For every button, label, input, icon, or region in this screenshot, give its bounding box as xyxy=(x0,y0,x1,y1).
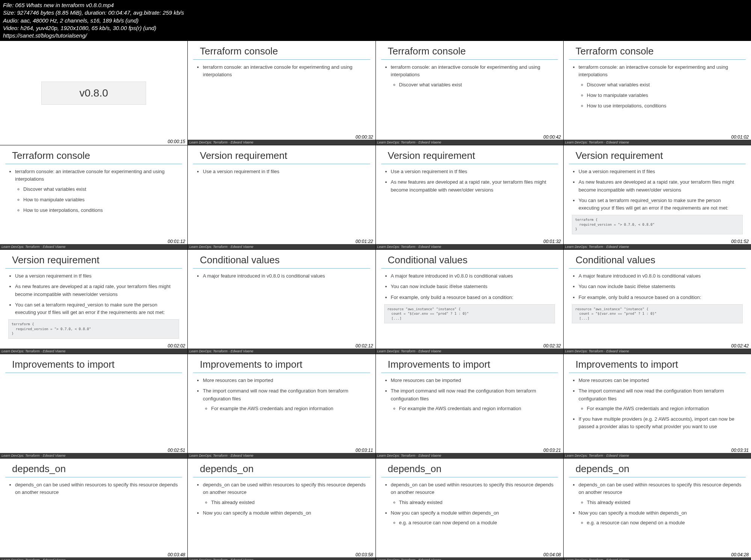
bullet-item: As new features are developed at a rapid… xyxy=(579,178,743,193)
slide-footer-bar: Learn DevOps: Terraform - Edward Viaene xyxy=(376,349,563,354)
bullet-item: If you have multiple providers (e.g. 2 A… xyxy=(579,415,743,430)
bullet-item: As new features are developed at a rapid… xyxy=(15,283,179,298)
thumbnail-cell: Version requirementUse a version require… xyxy=(0,250,187,354)
thumbnail-cell: Conditional valuesA major feature introd… xyxy=(376,250,563,354)
timestamp-label: 00:00:42 xyxy=(543,134,562,140)
slide-body: Use a version requirement in tf files xyxy=(188,168,375,175)
file-info-header: File: 065 Whats new in terraform v0.8.0.… xyxy=(0,0,751,41)
bullet-item: The import command will now read the con… xyxy=(579,387,743,412)
timestamp-label: 00:02:42 xyxy=(730,343,749,349)
timestamp-label: 00:03:58 xyxy=(355,552,374,557)
timestamp-label: 00:04:08 xyxy=(543,552,562,557)
sub-bullet-item: Discover what variables exist xyxy=(587,81,743,89)
sub-bullet-item: Discover what variables exist xyxy=(399,81,555,89)
bullet-item: Now you can specify a module within depe… xyxy=(203,509,367,517)
timestamp-label: 00:04:28 xyxy=(730,552,749,557)
timestamp-label: 00:03:11 xyxy=(355,448,374,453)
slide-heading: Conditional values xyxy=(381,250,558,269)
bullet-item: As new features are developed at a rapid… xyxy=(391,178,555,193)
thumbnail-cell: depends_ondepends_on can be used within … xyxy=(564,459,751,560)
footer-text: Learn DevOps: Terraform - Edward Viaene xyxy=(565,349,629,353)
thumbnail-grid: v0.8.000:00:15Terraform consoleterraform… xyxy=(0,41,751,560)
slide-footer-bar: Learn DevOps: Terraform - Edward Viaene xyxy=(0,453,187,458)
thumbnail-cell: Improvements to importMore resources can… xyxy=(564,354,751,458)
footer-text: Learn DevOps: Terraform - Edward Viaene xyxy=(565,558,629,560)
slide-footer-bar: Learn DevOps: Terraform - Edward Viaene xyxy=(376,244,563,249)
footer-text: Learn DevOps: Terraform - Edward Viaene xyxy=(565,140,629,144)
bullet-item: depends_on can be used within resources … xyxy=(391,481,555,506)
thumbnail-cell: Terraform consoleterraform console: an i… xyxy=(188,41,375,145)
bullet-item: Use a version requirement in tf files xyxy=(579,168,743,175)
thumbnail-cell: Improvements to importMore resources can… xyxy=(188,354,375,458)
slide-heading: Improvements to import xyxy=(5,354,182,373)
bullet-item: You can set a terraform required_version… xyxy=(579,197,743,212)
sub-bullet-item: e.g. a resource can now depend on a modu… xyxy=(587,519,743,527)
footer-text: Learn DevOps: Terraform - Edward Viaene xyxy=(2,349,66,353)
sub-bullet-item: This already existed xyxy=(587,499,743,506)
slide-body: A major feature introduced in v0.8.0 is … xyxy=(564,272,751,323)
slide-body: depends_on can be used within resources … xyxy=(0,481,187,496)
thumbnail-cell: depends_ondepends_on can be used within … xyxy=(376,459,563,560)
slide-body: A major feature introduced in v0.8.0 is … xyxy=(376,272,563,323)
bullet-item: You can now include basic if/else statem… xyxy=(391,283,555,290)
footer-text: Learn DevOps: Terraform - Edward Viaene xyxy=(565,454,629,457)
footer-text: Learn DevOps: Terraform - Edward Viaene xyxy=(377,349,442,353)
slide-footer-bar: Learn DevOps: Terraform - Edward Viaene xyxy=(564,557,751,560)
timestamp-label: 00:02:51 xyxy=(167,448,186,453)
thumbnail-cell: Version requirementUse a version require… xyxy=(564,145,751,249)
slide-footer-bar: Learn DevOps: Terraform - Edward Viaene xyxy=(188,140,375,145)
slide-footer-bar: Learn DevOps: Terraform - Edward Viaene xyxy=(376,140,563,145)
bullet-item: You can now include basic if/else statem… xyxy=(579,283,743,290)
bullet-item: Now you can specify a module within depe… xyxy=(391,509,555,527)
file-info-line: File: 065 Whats new in terraform v0.8.0.… xyxy=(3,2,748,9)
timestamp-label: 00:01:32 xyxy=(543,239,562,244)
slide-heading: depends_on xyxy=(381,459,558,477)
bullet-item: You can set a terraform required_version… xyxy=(15,301,179,316)
slide-heading: Conditional values xyxy=(569,250,746,269)
slide-footer-bar: Learn DevOps: Terraform - Edward Viaene xyxy=(188,453,375,458)
timestamp-label: 00:01:22 xyxy=(355,239,374,244)
footer-text: Learn DevOps: Terraform - Edward Viaene xyxy=(377,454,442,457)
bullet-item: terraform console: an interactive consol… xyxy=(391,63,555,88)
bullet-item: Use a version requirement in tf files xyxy=(203,168,367,175)
bullet-item: A major feature introduced in v0.8.0 is … xyxy=(579,272,743,280)
timestamp-label: 00:02:32 xyxy=(543,343,562,349)
thumbnail-cell: Version requirementUse a version require… xyxy=(188,145,375,249)
bullet-item: Use a version requirement in tf files xyxy=(15,272,179,280)
footer-text: Learn DevOps: Terraform - Edward Viaene xyxy=(377,245,442,249)
slide-footer-bar: Learn DevOps: Terraform - Edward Viaene xyxy=(0,244,187,249)
thumbnail-cell: Terraform consoleterraform console: an i… xyxy=(376,41,563,145)
slide-heading: Version requirement xyxy=(193,145,370,164)
footer-text: Learn DevOps: Terraform - Edward Viaene xyxy=(189,349,253,353)
slide-body: depends_on can be used within resources … xyxy=(376,481,563,527)
slide-heading: Terraform console xyxy=(381,41,558,60)
thumbnail-cell: Improvements to importMore resources can… xyxy=(376,354,563,458)
footer-text: Learn DevOps: Terraform - Edward Viaene xyxy=(2,558,66,560)
sub-bullet-item: Discover what variables exist xyxy=(23,186,179,193)
slide-heading: Version requirement xyxy=(381,145,558,164)
thumbnail-cell: depends_ondepends_on can be used within … xyxy=(0,459,187,560)
sub-bullet-item: For example the AWS credentials and regi… xyxy=(211,405,367,412)
bullet-item: For example, only build a resource based… xyxy=(391,294,555,301)
slide-heading: Improvements to import xyxy=(569,354,746,373)
bullet-item: The import command will now read the con… xyxy=(203,387,367,412)
sub-bullet-item: For example the AWS credentials and regi… xyxy=(399,405,555,412)
sub-bullet-item: For example the AWS credentials and regi… xyxy=(587,405,743,412)
slide-body: Use a version requirement in tf filesAs … xyxy=(0,272,187,338)
version-title: v0.8.0 xyxy=(41,82,146,105)
footer-text: Learn DevOps: Terraform - Edward Viaene xyxy=(189,245,253,249)
slide-footer-bar: Learn DevOps: Terraform - Edward Viaene xyxy=(564,349,751,354)
timestamp-label: 00:01:02 xyxy=(730,134,749,140)
footer-text: Learn DevOps: Terraform - Edward Viaene xyxy=(565,245,629,249)
slide-body: A major feature introduced in v0.8.0 is … xyxy=(188,272,375,280)
slide-heading: depends_on xyxy=(193,459,370,477)
bullet-item: A major feature introduced in v0.8.0 is … xyxy=(391,272,555,280)
bullet-item: More resources can be imported xyxy=(391,377,555,384)
timestamp-label: 00:03:21 xyxy=(543,448,562,453)
slide-body: depends_on can be used within resources … xyxy=(188,481,375,517)
bullet-item: For example, only build a resource based… xyxy=(579,294,743,301)
code-block: resource "aws_instance" "instance" { cou… xyxy=(572,304,743,324)
slide-heading: Improvements to import xyxy=(193,354,370,373)
bullet-item: depends_on can be used within resources … xyxy=(579,481,743,506)
slide-body: terraform console: an interactive consol… xyxy=(0,168,187,214)
